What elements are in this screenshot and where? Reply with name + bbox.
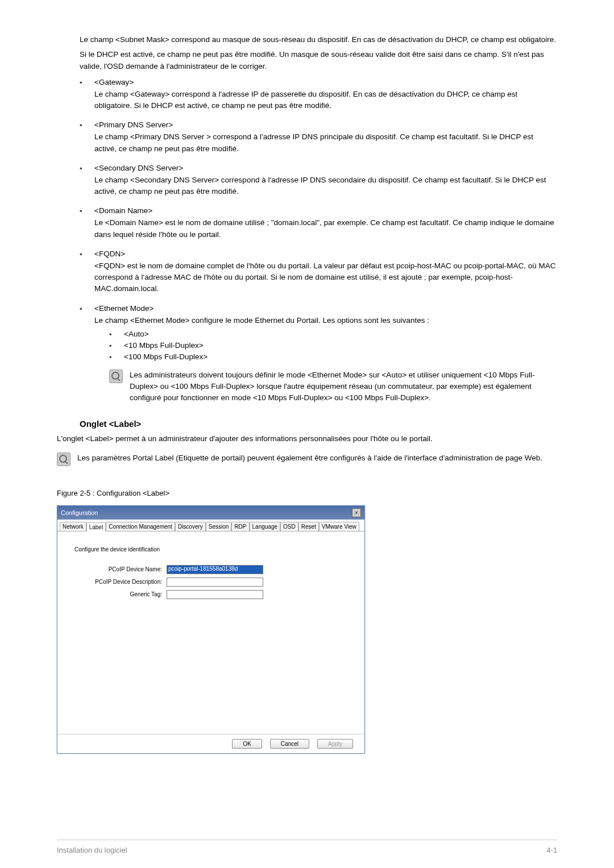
dialog-tabs: Network Label Connection Management Disc… bbox=[57, 520, 364, 531]
bullet-ethernet: • <Ethernet Mode> Le champ <Ethernet Mod… bbox=[80, 304, 557, 404]
footer-left: Installation du logiciel bbox=[57, 846, 127, 854]
bullet-domain-name: • <Domain Name> Le <Domain Name> est le … bbox=[80, 206, 557, 244]
bullet-title-gateway: <Gateway> bbox=[94, 78, 557, 86]
row-device-description: PCoIP Device Description: bbox=[71, 578, 351, 587]
footer-right: 4-1 bbox=[546, 846, 557, 854]
bullet-primary-dns: • <Primary DNS Server> Le champ <Primary… bbox=[80, 121, 557, 158]
bullet-body-primary-dns: Le champ <Primary DNS Server > correspon… bbox=[94, 131, 557, 155]
tab-session[interactable]: Session bbox=[206, 522, 232, 531]
device-description-label: PCoIP Device Description: bbox=[71, 579, 167, 585]
row-device-name: PCoIP Device Name: pcoip-portal-181558a0… bbox=[71, 565, 351, 574]
dialog-titlebar: Configuration × bbox=[57, 506, 364, 520]
figure-caption: Figure 2-5 : Configuration <Label> bbox=[57, 489, 557, 497]
device-name-input[interactable]: pcoip-portal-181558a0138d bbox=[167, 565, 263, 574]
section-heading-label: Onglet <Label> bbox=[80, 419, 557, 429]
bullet-title-domain-name: <Domain Name> bbox=[94, 206, 557, 215]
bullet-body-secondary-dns: Le champ <Secondary DNS Server> correspo… bbox=[94, 175, 557, 198]
tab-connection-management[interactable]: Connection Management bbox=[106, 522, 175, 531]
bullet-gateway: • <Gateway> Le champ <Gateway> correspon… bbox=[80, 78, 557, 115]
sub-bullet-text: <10 Mbps Full-Duplex> bbox=[124, 341, 557, 350]
bullet-title-ethernet: <Ethernet Mode> bbox=[94, 304, 557, 313]
bullet-marker: • bbox=[80, 164, 94, 201]
bullet-body-gateway: Le champ <Gateway> correspond à l'adress… bbox=[94, 89, 557, 112]
bullet-marker: • bbox=[80, 250, 94, 298]
label-intro: L'onglet <Label> permet à un administrat… bbox=[57, 433, 557, 445]
page-footer: Installation du logiciel 4-1 bbox=[57, 840, 557, 854]
close-icon[interactable]: × bbox=[352, 508, 361, 517]
tab-discovery[interactable]: Discovery bbox=[175, 522, 206, 531]
sub-bullet-text: <100 Mbps Full-Duplex> bbox=[124, 352, 557, 362]
note-icon bbox=[57, 452, 70, 466]
sub-bullet-text: <Auto> bbox=[124, 330, 557, 339]
sub-bullet-10mbps: • <10 Mbps Full-Duplex> bbox=[109, 341, 557, 350]
ok-button[interactable]: OK bbox=[232, 739, 262, 749]
sub-bullet-100mbps: • <100 Mbps Full-Duplex> bbox=[109, 352, 557, 362]
tab-vmware-view[interactable]: VMware View bbox=[319, 522, 359, 531]
apply-button[interactable]: Apply bbox=[317, 739, 353, 749]
bullet-marker: • bbox=[80, 78, 94, 115]
device-name-label: PCoIP Device Name: bbox=[71, 566, 167, 572]
bullet-title-secondary-dns: <Secondary DNS Server> bbox=[94, 164, 557, 172]
bullet-marker: • bbox=[80, 121, 94, 158]
tab-language[interactable]: Language bbox=[250, 522, 281, 531]
bullet-marker: • bbox=[109, 341, 124, 350]
note-icon bbox=[109, 369, 123, 383]
bullet-marker: • bbox=[109, 352, 124, 362]
label-note-text: Les paramètres Portal Label (Etiquette d… bbox=[77, 452, 557, 466]
ethernet-note-text: Les administrateurs doivent toujours déf… bbox=[130, 369, 557, 404]
dialog-button-bar: OK Cancel Apply bbox=[57, 734, 364, 753]
configuration-dialog: Configuration × Network Label Connection… bbox=[57, 505, 365, 754]
cancel-button[interactable]: Cancel bbox=[270, 739, 309, 749]
tab-label[interactable]: Label bbox=[86, 522, 106, 531]
tab-reset[interactable]: Reset bbox=[298, 522, 319, 531]
tab-rdp[interactable]: RDP bbox=[231, 522, 249, 531]
bullet-fqdn: • <FQDN> <FQDN> est le nom de domaine co… bbox=[80, 250, 557, 298]
label-note: Les paramètres Portal Label (Etiquette d… bbox=[57, 452, 557, 466]
intro-paragraph-2: Si le DHCP est activé, ce champ ne peut … bbox=[80, 49, 557, 72]
generic-tag-label: Generic Tag: bbox=[71, 591, 167, 597]
intro-paragraph-1: Le champ <Subnet Mask> correspond au mas… bbox=[80, 34, 557, 45]
device-description-input[interactable] bbox=[167, 578, 263, 587]
bullet-title-primary-dns: <Primary DNS Server> bbox=[94, 121, 557, 129]
bullet-body-domain-name: Le <Domain Name> est le nom de domaine u… bbox=[94, 217, 557, 240]
bullet-body-fqdn: <FQDN> est le nom de domaine complet de … bbox=[94, 260, 557, 295]
bullet-marker: • bbox=[109, 330, 124, 339]
bullet-title-fqdn: <FQDN> bbox=[94, 250, 557, 258]
bullet-body-ethernet: Le champ <Ethernet Mode> configure le mo… bbox=[94, 315, 557, 326]
ethernet-note: Les administrateurs doivent toujours déf… bbox=[109, 369, 557, 404]
generic-tag-input[interactable] bbox=[167, 590, 263, 599]
row-generic-tag: Generic Tag: bbox=[71, 590, 351, 599]
dialog-body: Configure the device identification PCoI… bbox=[57, 531, 364, 734]
bullet-secondary-dns: • <Secondary DNS Server> Le champ <Secon… bbox=[80, 164, 557, 201]
bullet-marker: • bbox=[80, 304, 94, 404]
bullet-marker: • bbox=[80, 206, 94, 244]
sub-bullet-auto: • <Auto> bbox=[109, 330, 557, 339]
tab-network[interactable]: Network bbox=[60, 522, 86, 531]
dialog-title: Configuration bbox=[61, 509, 98, 516]
tab-osd[interactable]: OSD bbox=[280, 522, 298, 531]
dialog-body-description: Configure the device identification bbox=[74, 546, 351, 553]
